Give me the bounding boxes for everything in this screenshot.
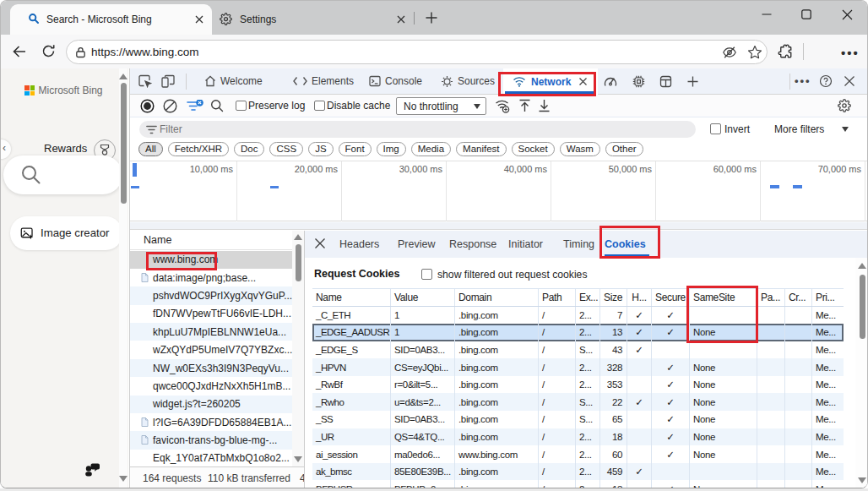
cookie-row[interactable]: ai_session ma0edo6... www.bing.com / 2..… xyxy=(312,445,844,463)
request-list-scrollbar[interactable] xyxy=(292,231,304,466)
maximize-button[interactable] xyxy=(788,1,825,28)
column-header[interactable]: Path xyxy=(539,289,576,306)
request-row[interactable]: pshvdWOC9PrIXygXqvYGuP... xyxy=(130,286,292,304)
column-header[interactable]: Pa... xyxy=(757,289,785,306)
back-icon[interactable] xyxy=(12,44,27,59)
scroll-up-icon[interactable] xyxy=(294,234,302,240)
scroll-down-icon[interactable] xyxy=(858,477,866,483)
cookies-table-header[interactable]: NameValueDomainPathEx...SizeH...SecureSa… xyxy=(312,288,844,307)
request-row[interactable]: Eqk_1Y0at7ATbMxbQ1o8o2... xyxy=(130,450,292,467)
url-text[interactable]: https://www.bing.com xyxy=(91,41,199,63)
request-row[interactable]: NW_w0EXs3h3I9N3PeqyVu... xyxy=(130,359,292,377)
scroll-down-icon[interactable] xyxy=(119,476,127,482)
application-panel-icon[interactable] xyxy=(659,75,672,88)
cookie-row[interactable]: _UR QS=4&TQ... .bing.com / 2... 18 ✓ Non… xyxy=(312,428,844,446)
address-bar[interactable]: https://www.bing.com xyxy=(66,40,768,64)
cookie-row[interactable]: _SS SID=0AB3... .bing.com / S... 65 ✓ No… xyxy=(312,411,844,428)
devtools-more-dots-icon[interactable]: ••• xyxy=(795,74,811,87)
request-row[interactable]: favicon-trans-bg-blue-mg-... xyxy=(130,431,292,449)
scroll-down-icon[interactable] xyxy=(294,456,302,462)
resource-chip[interactable]: All xyxy=(138,142,163,157)
help-icon[interactable] xyxy=(819,74,833,88)
cookie-row[interactable]: _RwBf r=0&ilt=5... .bing.com / 2... 353 … xyxy=(312,376,844,394)
resource-chip[interactable]: CSS xyxy=(269,142,303,157)
devtools-close-icon[interactable] xyxy=(844,75,855,87)
devtools-tab[interactable]: Welcome xyxy=(204,68,263,94)
resource-chip[interactable]: Manifest xyxy=(456,142,506,157)
request-row[interactable]: khpLuU7MpIEBLNNW1eUa... xyxy=(130,323,292,341)
request-row[interactable]: data:image/png;base... xyxy=(130,269,292,286)
more-filters-label[interactable]: More filters xyxy=(774,123,824,135)
column-header[interactable]: Ex... xyxy=(576,289,600,306)
preserve-log-checkbox[interactable] xyxy=(236,101,247,112)
resource-chip[interactable]: Other xyxy=(605,142,643,157)
cookie-row[interactable]: _Rwho u=d&ts=2... .bing.com / S... 22 ✓ … xyxy=(312,393,844,411)
minimize-button[interactable] xyxy=(748,1,785,28)
cookie-row[interactable]: _EDGE_S SID=0AB3... .bing.com / S... 43 … xyxy=(312,341,844,359)
throttling-dropdown[interactable]: No throttling xyxy=(396,97,486,115)
name-column-header[interactable]: Name xyxy=(144,231,171,249)
image-creator-button[interactable]: Image creator xyxy=(10,216,122,250)
performance-gauge-icon[interactable] xyxy=(604,75,617,88)
network-conditions-icon[interactable] xyxy=(495,99,510,113)
request-row[interactable]: qwce00QJxdHzNxXh5H1mB... xyxy=(130,377,292,395)
column-header[interactable]: Pri... xyxy=(812,289,844,306)
details-tab[interactable]: Preview xyxy=(398,231,435,257)
scroll-up-icon[interactable] xyxy=(119,74,127,79)
column-header[interactable]: Name xyxy=(312,289,391,306)
rewards-label[interactable]: Rewards xyxy=(44,142,87,155)
network-overview-timeline[interactable]: 10,000 ms20,000 ms30,000 ms40,000 ms50,0… xyxy=(130,161,868,221)
tab-close-icon[interactable] xyxy=(396,14,406,25)
resource-chip[interactable]: Img xyxy=(377,142,406,157)
memory-chip-icon[interactable] xyxy=(632,75,645,88)
refresh-icon[interactable] xyxy=(41,44,56,58)
tracking-prevention-eye-slash-icon[interactable] xyxy=(722,45,737,60)
disable-cache-checkbox[interactable] xyxy=(314,101,325,112)
resource-chip[interactable]: Doc xyxy=(234,142,264,157)
cookies-scrollbar-thumb[interactable] xyxy=(860,275,865,339)
page-scrollbar[interactable] xyxy=(119,68,127,488)
request-scrollbar-thumb[interactable] xyxy=(296,244,301,281)
devtools-tab[interactable]: Sources xyxy=(441,68,495,94)
close-details-icon[interactable] xyxy=(314,237,326,249)
resource-chip[interactable]: JS xyxy=(308,142,333,157)
network-settings-gear-icon[interactable] xyxy=(838,99,851,112)
invert-checkbox[interactable] xyxy=(710,123,721,134)
column-header[interactable]: Cr... xyxy=(785,289,812,306)
scroll-up-icon[interactable] xyxy=(858,263,866,269)
browser-more-dots-icon[interactable]: ••• xyxy=(841,46,860,60)
import-har-icon[interactable] xyxy=(518,99,531,112)
filter-input[interactable]: Filter xyxy=(139,121,696,139)
lock-icon[interactable] xyxy=(75,46,86,58)
column-header[interactable]: H... xyxy=(627,289,652,306)
details-tab[interactable]: Timing xyxy=(563,231,594,257)
column-header[interactable]: Secure xyxy=(652,289,690,306)
cookie-row[interactable]: _HPVN CS=eyJQbi... .bing.com / 2... 328 … xyxy=(312,358,844,376)
resource-chip[interactable]: Font xyxy=(339,142,372,157)
more-tabs-plus-icon[interactable] xyxy=(686,75,699,88)
cookie-row[interactable]: ak_bmsc 85E80E39B... .bing.com / 2... 45… xyxy=(312,463,844,481)
column-header[interactable]: Value xyxy=(391,289,455,306)
column-header[interactable]: Domain xyxy=(455,289,539,306)
tab-close-icon[interactable] xyxy=(194,14,204,25)
export-har-icon[interactable] xyxy=(538,99,551,112)
resource-chip[interactable]: Media xyxy=(411,142,451,157)
clear-network-log-icon[interactable] xyxy=(163,99,177,113)
resource-chip[interactable]: Wasm xyxy=(560,142,600,157)
record-network-log-icon[interactable] xyxy=(140,99,155,113)
filter-icon[interactable] xyxy=(187,100,205,113)
request-row[interactable]: l?IG=6A39DFDD65884EB1A... xyxy=(130,413,292,431)
cookie-row[interactable]: _C_ETH 1 .bing.com / 2... 7 ✓ ✓ Me... xyxy=(312,307,844,325)
search-network-icon[interactable] xyxy=(210,99,224,112)
request-row[interactable]: widget.js?t=260205 xyxy=(130,396,292,413)
window-close-button[interactable] xyxy=(828,1,865,28)
browser-tab-bing[interactable]: Search - Microsoft Bing xyxy=(10,4,212,35)
feedback-chat-icon[interactable] xyxy=(82,460,101,479)
bing-logo-text[interactable]: Microsoft Bing xyxy=(39,83,103,98)
details-tab[interactable]: Initiator xyxy=(508,231,543,257)
cookies-scrollbar[interactable] xyxy=(855,258,868,488)
extensions-puzzle-icon[interactable] xyxy=(778,44,793,59)
inspect-element-icon[interactable] xyxy=(138,74,152,88)
request-list-header[interactable]: Name xyxy=(130,231,304,250)
new-tab-button[interactable] xyxy=(425,11,438,25)
